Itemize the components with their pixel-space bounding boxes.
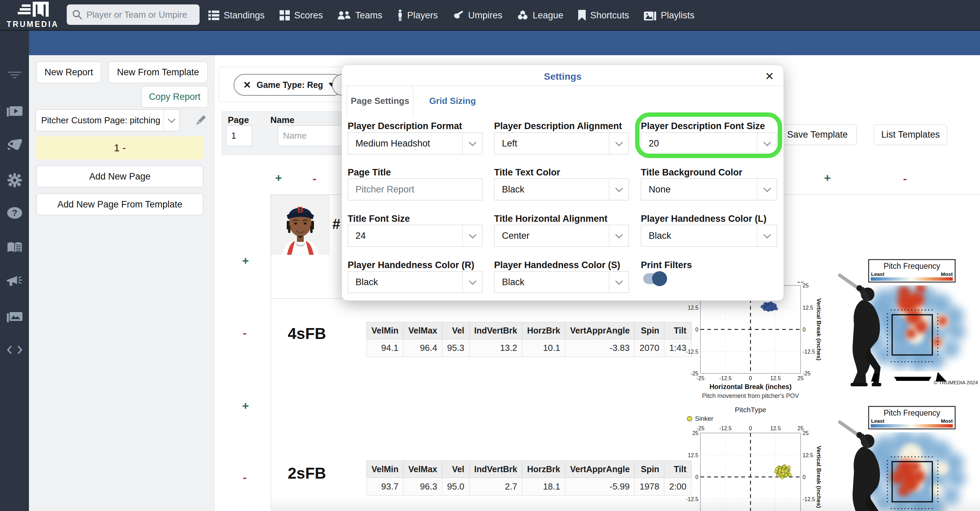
pitch-movement-scatter: PitchTypeSinker-25-12.5012.525-25-25-12.… [679,404,826,511]
code-icon[interactable] [6,345,23,356]
stat-cell: -5.99 [565,478,635,496]
nav-item-players[interactable]: Players [398,10,438,21]
column-header: VertApprAngle [565,461,635,478]
heatmap-title: Pitch Frequency [884,409,940,417]
chevron-down-icon [609,225,628,246]
select-value: Black [495,179,609,200]
nav-item-label: Players [407,10,438,21]
select-title-font-size[interactable]: 24 [348,225,482,247]
edit-pencil-icon[interactable] [194,114,207,127]
image-stack-icon[interactable] [7,310,22,324]
remove-row-button[interactable]: - [243,471,247,483]
player-headshot: B [271,195,329,255]
column-header: HorzBrk [522,322,565,339]
new-report-button[interactable]: New Report [37,61,101,83]
select-player-description-alignment[interactable]: Left [494,132,629,154]
nav-item-label: Shortcuts [590,10,629,21]
select-value: Medium Headshot [348,133,462,154]
column-header: Vel [442,322,469,339]
page-title-input[interactable] [348,178,482,200]
nav-item-scores[interactable]: Scores [280,10,323,21]
stat-cell: 95.3 [442,339,469,357]
copyright: © TRUMEDIA 2024 [934,379,978,385]
remove-column-button[interactable]: - [903,173,907,184]
add-new-page-from-template-button[interactable]: Add New Page From Template [37,194,203,215]
add-new-page-button[interactable]: Add New Page [37,166,203,187]
select-title-background-color[interactable]: None [641,178,777,200]
select-title-text-color[interactable]: Black [494,178,629,200]
column-header: HorzBrk [522,461,565,478]
video-playlist-icon[interactable] [7,105,22,119]
nav-item-league[interactable]: League [517,10,563,21]
field-label: Player Handedness Color (R) [348,260,474,271]
add-column-button[interactable]: + [824,172,831,184]
nav-item-umpires[interactable]: Umpires [453,10,503,21]
filter-chip-game-type[interactable]: ✕ Game Type: Reg [234,74,344,96]
stat-cell: 96.4 [404,339,442,357]
brand-name: TRUMEDIA [2,20,63,29]
standings-icon [208,10,219,21]
main-nav: StandingsScoresTeamsPlayersUmpiresLeague… [208,0,694,31]
toggle-knob [652,271,667,286]
playlists-icon [644,10,656,21]
svg-text:-12.5: -12.5 [719,425,732,431]
field-label: Title Font Size [348,213,410,224]
new-from-template-button[interactable]: New From Template [108,61,208,83]
remove-filter-icon[interactable]: ✕ [243,80,251,91]
nav-item-shortcuts[interactable]: Shortcuts [578,10,629,21]
chevron-down-icon [609,133,628,154]
search-input[interactable]: Player or Team or Umpire [67,5,200,25]
svg-text:12.5: 12.5 [803,305,813,311]
remove-column-button[interactable]: - [313,173,317,184]
whistle-tag-icon[interactable] [7,139,22,153]
remove-row-button[interactable]: - [243,327,247,339]
svg-text:-12.5: -12.5 [686,349,699,355]
report-select[interactable]: Pitcher Custom Page: pitching -... [35,109,180,131]
add-row-button[interactable]: + [242,255,249,266]
report-left-panel: New Report New From Template Copy Report… [29,55,215,511]
page-list-item[interactable]: 1 - [37,136,203,159]
league-icon [517,10,528,21]
add-row-button[interactable]: + [242,400,249,412]
nav-item-playlists[interactable]: Playlists [644,10,694,21]
copy-report-button[interactable]: Copy Report [141,86,208,108]
nav-item-label: League [533,10,563,21]
chevron-down-icon [609,179,628,200]
chevron-down-icon [757,133,777,154]
column-header: VelMin [367,461,404,478]
add-column-button[interactable]: + [275,172,282,184]
select-player-handedness-color-s-[interactable]: Black [494,271,629,293]
select-player-description-font-size[interactable]: 20 [641,132,777,154]
page-label: Page [228,115,249,125]
print-filters-toggle[interactable] [643,273,666,284]
trumedia-logo[interactable]: TRUMEDIA [0,0,65,30]
tab-page-settings[interactable]: Page Settings [347,86,414,116]
svg-text:25: 25 [803,430,809,436]
chevron-down-icon [163,110,180,131]
tab-grid-sizing[interactable]: Grid Sizing [423,86,482,116]
table-row: 94.196.495.313.210.1-3.8320701:43 [367,339,692,357]
column-header: VelMax [404,322,442,339]
close-icon[interactable]: ✕ [765,70,774,83]
select-title-horizontal-alignment[interactable]: Center [494,225,629,247]
svg-text:Vertical Break (inches): Vertical Break (inches) [816,298,822,360]
page-number-input[interactable] [226,125,252,146]
field-label: Player Description Format [348,121,462,132]
select-player-description-format[interactable]: Medium Headshot [348,132,482,154]
select-player-handedness-color-l-[interactable]: Black [641,225,777,247]
save-template-button[interactable]: Save Template [778,124,857,145]
help-icon[interactable]: ? [7,207,22,220]
select-player-handedness-color-r-[interactable]: Black [348,271,482,293]
list-templates-button[interactable]: List Templates [874,124,947,145]
pitch-frequency-heatmap: Pitch FrequencyLeastMost© TRUMEDIA 2024 [834,256,980,386]
book-icon[interactable] [7,242,22,255]
settings-modal: Settings ✕ Page Settings Grid Sizing Pla… [342,65,784,301]
gear-icon[interactable] [8,173,22,189]
nav-item-standings[interactable]: Standings [208,10,264,21]
filter-icon[interactable] [7,71,22,80]
megaphone-icon[interactable] [7,276,22,288]
field-label: Player Description Alignment [494,121,622,132]
nav-item-teams[interactable]: Teams [338,10,382,21]
stat-cell: 2.7 [469,478,522,496]
stat-cell: 93.7 [367,478,404,496]
